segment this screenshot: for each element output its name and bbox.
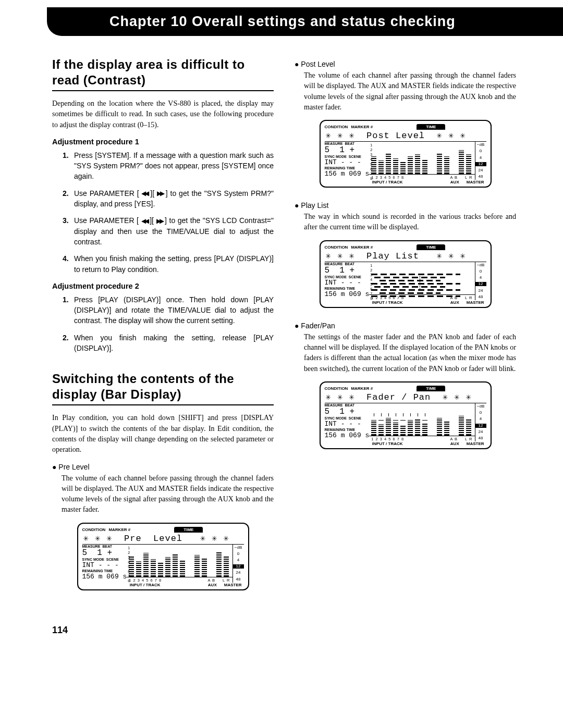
lcd-stars-right: ✳ ✳ ✳ — [200, 534, 229, 544]
lcd-input-track-label: INPUT / TRACK — [130, 583, 161, 587]
lcd-mode-title: Fader / Pan — [366, 392, 431, 402]
lcd-time-tab: TIME — [174, 527, 203, 533]
procedure-1-list: Press [SYSTEM]. If a message with a ques… — [63, 150, 274, 275]
lcd-beat-value: 1 — [97, 548, 102, 558]
rewind-icon: ◀◀ — [141, 218, 148, 224]
bardisplay-intro: In Play condition, you can hold down [SH… — [52, 413, 274, 455]
fader-pan-text: The settings of the master fader and the… — [304, 332, 516, 374]
lcd-stars-left: ✳ ✳ ✳ — [83, 534, 113, 544]
proc1-step2: Use PARAMETER [ ◀◀ ][ ▶▶ ] to get the "S… — [63, 188, 274, 209]
section-title-bardisplay: Switching the contents of the display (B… — [52, 371, 274, 405]
right-column: Post Level The volume of each channel af… — [295, 57, 516, 604]
lcd-beat-label: BEAT — [102, 545, 112, 548]
section-title-contrast: If the display area is difficult to read… — [52, 57, 274, 91]
play-list-text: The way in which sound is recorded in th… — [304, 212, 516, 233]
lcd-measure-value: 5 — [82, 548, 88, 558]
lcd-lr-label: L R — [223, 578, 230, 583]
lcd-channel-numbers: 1 2 3 4 5 6 7 8 — [129, 578, 162, 583]
proc2-step1: Press [PLAY (DISPLAY)] once. Then hold d… — [63, 294, 274, 326]
lcd-measure-label: MEASURE — [82, 545, 101, 548]
fader-pan-label: Fader/Pan — [295, 322, 516, 330]
proc1-step2-a: Use PARAMETER [ — [74, 189, 141, 198]
lcd-mode-title: Play List — [366, 251, 419, 261]
proc1-step3-b: ][ — [148, 216, 156, 225]
post-level-label: Post Level — [295, 60, 516, 68]
lcd-sync-value: INT — [82, 561, 94, 569]
left-column: If the display area is difficult to read… — [52, 57, 274, 604]
proc1-step2-b: ][ — [148, 189, 157, 198]
lcd-play-list: CONDITION MARKER # TIME ✳ ✳ ✳ Play List … — [320, 240, 492, 308]
lcd-pan-row — [369, 414, 474, 422]
contrast-intro: Depending on the location where the VS-8… — [52, 98, 274, 130]
lcd-row-numbers: 12345678 — [128, 546, 130, 584]
page-number: 114 — [52, 625, 563, 636]
post-level-text: The volume of each channel after passing… — [304, 70, 516, 113]
procedure-1-heading: Adjustment procedure 1 — [52, 138, 274, 146]
proc1-step3-a: Use PARAMETER [ — [74, 216, 141, 225]
playhead-icon — [420, 274, 420, 290]
page-body: If the display area is difficult to read… — [0, 57, 563, 604]
lcd-pre-level: CONDITION MARKER # TIME ✳ ✳ ✳ Pre Level … — [77, 523, 249, 590]
lcd-remaining-value: 156 m 069 s — [82, 573, 127, 580]
lcd-sync-label: SYNC MODE — [82, 558, 104, 561]
lcd-scene-value: - - - — [99, 561, 119, 569]
lcd-db-scale: −dB 0 4 12 24 48 — [232, 545, 244, 583]
proc1-step4: When you finish making the setting, pres… — [63, 253, 274, 275]
lcd-title-row: ✳ ✳ ✳ Pre Level ✳ ✳ ✳ — [82, 533, 244, 545]
pre-level-text: The volume of each channel before passin… — [62, 473, 274, 515]
play-list-label: Play List — [295, 201, 516, 209]
proc2-step2: When you finish making the setting, rele… — [63, 332, 274, 354]
lcd-ab-label: A B — [207, 578, 215, 583]
lcd-mode-title: Post Level — [366, 131, 425, 141]
lcd-left-block: MEASURE BEAT 5 1 + SYNC MODE SCENE INT -… — [82, 545, 127, 583]
lcd-aux-label: AUX — [208, 583, 217, 587]
lcd-tracks — [369, 273, 474, 297]
lcd-meter-area: 12345678 — [127, 545, 232, 583]
proc1-step1: Press [SYSTEM]. If a message with a ques… — [63, 150, 274, 182]
lcd-post-level: CONDITION MARKER # TIME ✳ ✳ ✳ Post Level… — [320, 120, 492, 188]
lcd-condition-label: CONDITION — [82, 527, 106, 532]
pre-level-label: Pre Level — [52, 463, 274, 471]
fast-forward-icon: ▶▶ — [156, 218, 163, 224]
lcd-mode-title: Pre Level — [124, 534, 182, 544]
chapter-header: Chapter 10 Overall settings and status c… — [47, 7, 563, 36]
lcd-remaining-label: REMAINING TIME — [82, 569, 127, 573]
lcd-fader-pan: CONDITION MARKER # TIME ✳ ✳ ✳ Fader / Pa… — [320, 381, 492, 449]
procedure-2-list: Press [PLAY (DISPLAY)] once. Then hold d… — [63, 294, 274, 353]
rewind-icon: ◀◀ — [141, 190, 148, 196]
lcd-master-label: MASTER — [224, 583, 242, 587]
lcd-marker-label: MARKER # — [108, 527, 130, 532]
fast-forward-icon: ▶▶ — [157, 190, 163, 196]
proc1-step3: Use PARAMETER [ ◀◀ ][ ▶▶ ] to get the "S… — [63, 215, 274, 247]
procedure-2-heading: Adjustment procedure 2 — [52, 282, 274, 290]
lcd-scene-label: SCENE — [106, 558, 119, 561]
